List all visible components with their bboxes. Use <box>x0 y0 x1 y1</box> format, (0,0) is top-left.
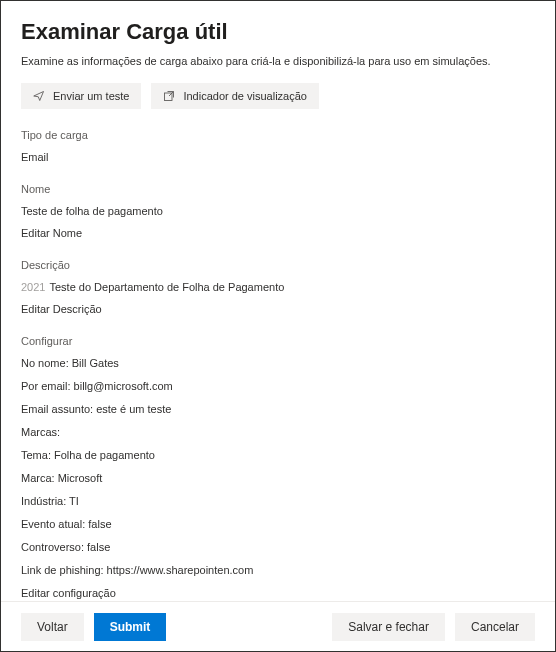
edit-description-link[interactable]: Editar Descrição <box>21 303 102 315</box>
config-controversial: Controverso: false <box>21 541 535 553</box>
preview-indicator-button[interactable]: Indicador de visualização <box>151 83 319 109</box>
page-subtitle: Examine as informações de carga abaixo p… <box>21 55 535 67</box>
open-icon <box>163 90 175 102</box>
send-test-label: Enviar um teste <box>53 90 129 102</box>
footer: Voltar Submit Salvar e fechar Cancelar <box>1 601 555 651</box>
payload-type-section: Tipo de carga Email <box>21 129 535 163</box>
configure-label: Configurar <box>21 335 535 347</box>
config-theme: Tema: Folha de pagamento <box>21 449 535 461</box>
payload-type-value: Email <box>21 151 535 163</box>
page-title: Examinar Carga útil <box>21 19 535 45</box>
config-from-name: No nome: Bill Gates <box>21 357 535 369</box>
config-industry: Indústria: TI <box>21 495 535 507</box>
name-label: Nome <box>21 183 535 195</box>
payload-type-label: Tipo de carga <box>21 129 535 141</box>
send-test-button[interactable]: Enviar um teste <box>21 83 141 109</box>
edit-configure-link[interactable]: Editar configuração <box>21 587 535 599</box>
config-email-subject: Email assunto: este é um teste <box>21 403 535 415</box>
description-section: Descrição 2021 Teste do Departamento de … <box>21 259 535 315</box>
preview-indicator-label: Indicador de visualização <box>183 90 307 102</box>
name-value: Teste de folha de pagamento <box>21 205 535 217</box>
config-tags: Marcas: <box>21 426 535 438</box>
config-phishing-link: Link de phishing: https://www.sharepoint… <box>21 564 535 576</box>
name-section: Nome Teste de folha de pagamento Editar … <box>21 183 535 239</box>
description-label: Descrição <box>21 259 535 271</box>
submit-button[interactable]: Submit <box>94 613 167 641</box>
description-year: 2021 <box>21 281 45 293</box>
back-button[interactable]: Voltar <box>21 613 84 641</box>
config-current-event: Evento atual: false <box>21 518 535 530</box>
configure-section: Configurar No nome: Bill Gates Por email… <box>21 335 535 599</box>
description-value: Teste do Departamento de Folha de Pagame… <box>49 281 284 293</box>
save-close-button[interactable]: Salvar e fechar <box>332 613 445 641</box>
config-brand: Marca: Microsoft <box>21 472 535 484</box>
toolbar: Enviar um teste Indicador de visualizaçã… <box>21 83 535 109</box>
cancel-button[interactable]: Cancelar <box>455 613 535 641</box>
config-from-email: Por email: billg@microsoft.com <box>21 380 535 392</box>
send-icon <box>33 90 45 102</box>
edit-name-link[interactable]: Editar Nome <box>21 227 82 239</box>
